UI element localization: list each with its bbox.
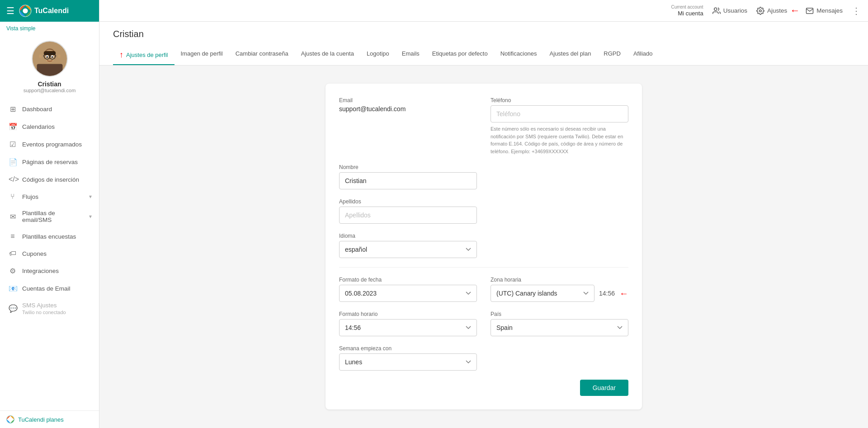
chevron-down-icon-2: ▾ [89,213,92,220]
idioma-select[interactable]: español English Français Deutsch Italian… [339,241,477,258]
form-col-phone: Teléfono Este número sólo es necesario s… [491,97,628,155]
tab-rgpd[interactable]: RGPD [597,46,627,65]
sidebar-item-cupones[interactable]: 🏷 Cupones [0,245,99,262]
sidebar-item-codigos[interactable]: </> Códigos de inserción [0,171,99,188]
tab-cambiar-contrasena[interactable]: Cambiar contraseña [229,46,295,65]
zona-select[interactable]: (UTC) Canary islands (UTC+1) Madrid (UTC… [491,285,594,302]
btn-row: Guardar [339,380,628,396]
nombre-label: Nombre [339,164,477,170]
git-branch-icon: ⑂ [9,193,17,201]
sidebar-item-integraciones[interactable]: ⚙ Integraciones [0,262,99,280]
topbar: Current account Mi cuenta Usuarios Ajust… [99,0,868,22]
page-title-area: Cristian ↑ Ajustes de perfil Imagen de p… [99,22,868,66]
apellidos-label: Apellidos [339,198,477,205]
content-area: Email support@tucalendi.com Teléfono Est… [99,66,868,428]
form-col-pais: País Spain France Germany Italy Portugal… [491,311,628,336]
sidebar-nav: ⊞ Dashboard 📅 Calendarios ☑ Eventos prog… [0,98,99,410]
zona-row: (UTC) Canary islands (UTC+1) Madrid (UTC… [491,285,628,302]
sidebar-item-plantillas-encuestas[interactable]: ≡ Plantillas encuestas [0,228,99,245]
sidebar-logo-text: TuCalendi [34,7,69,15]
tab-notificaciones[interactable]: Notificaciones [494,46,543,65]
fecha-select[interactable]: 05.08.2023 08/05/2023 2023-08-05 [339,285,477,302]
form-row-nombre: Nombre [339,164,628,189]
sidebar-item-sms[interactable]: 💬 SMS Ajustes Twilio no conectado [0,297,99,320]
avatar [32,41,68,77]
current-account: Current account Mi cuenta [671,5,703,17]
tab-logotipo[interactable]: Logotipo [360,46,396,65]
guardar-button[interactable]: Guardar [580,380,628,396]
svg-rect-12 [58,55,61,58]
svg-point-20 [714,8,717,10]
avatar-image [33,41,67,77]
form-col-apellidos: Apellidos [339,198,477,224]
nombre-input[interactable] [339,172,477,189]
menu-icon[interactable]: ☰ [6,5,14,16]
semana-select[interactable]: Lunes Domingo [339,353,477,371]
sidebar-item-reservas[interactable]: 📄 Páginas de reservas [0,153,99,171]
tab-ajustes-perfil[interactable]: ↑ Ajustes de perfil [113,46,175,65]
svg-rect-4 [37,64,62,77]
users-icon [712,7,721,15]
form-row-apellidos: Apellidos [339,198,628,224]
sidebar-item-eventos[interactable]: ☑ Eventos programados [0,136,99,153]
svg-point-1 [23,8,28,13]
check-square-icon: ☑ [9,140,17,149]
svg-line-16 [43,56,44,56]
form-row-fecha-zona: Formato de fecha 05.08.2023 08/05/2023 2… [339,277,628,302]
tab-emails[interactable]: Emails [396,46,426,65]
sidebar-logo: TuCalendi [19,5,69,17]
tab-ajustes-plan[interactable]: Ajustes del plan [543,46,598,65]
form-col-empty2 [491,198,628,224]
zona-arrow-indicator: ← [619,288,628,299]
layers-icon: ≡ [9,232,17,240]
fecha-label: Formato de fecha [339,277,477,283]
footer-logo-icon [6,415,14,423]
telefono-input[interactable] [491,105,628,122]
topbar-mensajes[interactable]: Mensajes [806,7,843,15]
calendar-icon: 📅 [9,122,17,131]
form-row-horario-pais: Formato horario 14:56 2:56 PM País Spain… [339,311,628,336]
gear-icon [756,7,764,15]
sidebar-user-email: support@tucalendi.com [24,88,76,93]
topbar-ajustes[interactable]: Ajustes ↑ [756,5,797,17]
tab-afiliado[interactable]: Afiliado [627,46,659,65]
idioma-label: Idioma [339,233,477,239]
semana-label: Semana empieza con [339,345,477,352]
zona-time: 14:56 [599,290,615,297]
form-card: Email support@tucalendi.com Teléfono Est… [326,84,642,409]
vista-simple-link[interactable]: Vista simple [0,22,99,34]
apellidos-input[interactable] [339,207,477,224]
mail2-icon: 📧 [9,284,17,293]
sidebar-item-cuentas-email[interactable]: 📧 Cuentas de Email [0,280,99,297]
tab-etiquetas[interactable]: Etiquetas por defecto [426,46,494,65]
sidebar-username: Cristian [38,80,61,88]
sidebar-item-plantillas-email[interactable]: ✉ Plantillas de email/SMS ▾ [0,205,99,228]
sidebar-item-calendarios[interactable]: 📅 Calendarios [0,118,99,136]
horario-select[interactable]: 14:56 2:56 PM [339,319,477,336]
tucalendi-planes-link[interactable]: TuCalendi planes [6,415,93,423]
telefono-label: Teléfono [491,97,628,103]
svg-point-21 [760,9,762,12]
tab-ajustes-cuenta[interactable]: Ajustes de la cuenta [295,46,360,65]
pais-select[interactable]: Spain France Germany Italy Portugal Unit… [491,319,628,336]
sidebar-header[interactable]: ☰ TuCalendi [0,0,99,22]
form-divider [339,267,628,268]
sidebar-item-flujos[interactable]: ⑂ Flujos ▾ [0,188,99,205]
form-col-nombre: Nombre [339,164,477,189]
more-options-button[interactable]: ⋮ [852,5,861,16]
form-col-horario: Formato horario 14:56 2:56 PM [339,311,477,336]
form-row-email-phone: Email support@tucalendi.com Teléfono Est… [339,97,628,155]
form-col-empty3 [491,233,628,258]
topbar-usuarios[interactable]: Usuarios [712,7,747,15]
chevron-down-icon: ▾ [89,193,92,200]
form-row-idioma: Idioma español English Français Deutsch … [339,233,628,258]
ajustes-arrow-indicator: ↑ [788,8,800,13]
tab-imagen-perfil[interactable]: Imagen de perfil [175,46,229,65]
main-area: Current account Mi cuenta Usuarios Ajust… [99,0,868,428]
pais-label: País [491,311,628,317]
sidebar-item-dashboard[interactable]: ⊞ Dashboard [0,100,99,118]
code-icon: </> [9,175,17,183]
sidebar: ☰ TuCalendi Vista simple [0,0,99,428]
svg-point-9 [46,56,48,58]
file-icon: 📄 [9,158,17,166]
